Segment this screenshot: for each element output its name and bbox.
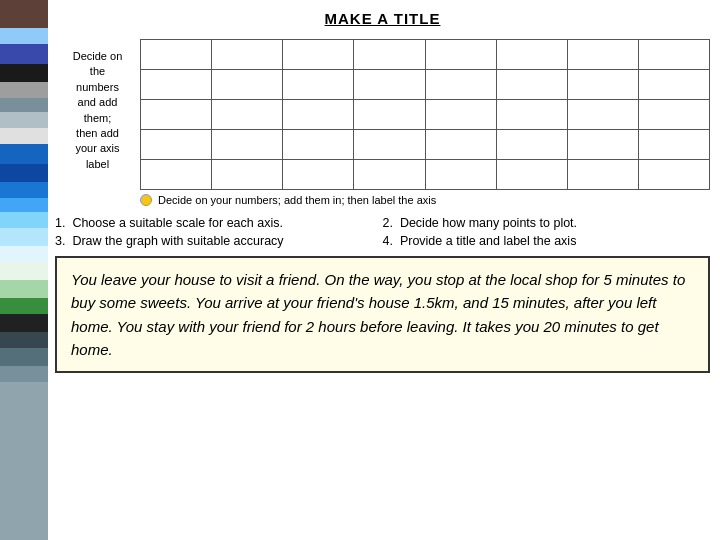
grid-cell <box>425 100 496 130</box>
step-1: 1. Choose a suitable scale for each axis… <box>55 216 383 230</box>
grid-cell <box>567 160 638 190</box>
grid-cell <box>141 70 212 100</box>
strip-1 <box>0 0 48 28</box>
grid-cell <box>283 160 354 190</box>
grid-cell <box>212 160 283 190</box>
bullet-circle <box>140 194 152 206</box>
grid-cell <box>425 70 496 100</box>
grid-cell <box>354 100 425 130</box>
strip-14 <box>0 228 48 246</box>
grid-cell <box>141 130 212 160</box>
strip-12 <box>0 198 48 212</box>
axis-label-line7: your axis <box>75 142 119 154</box>
graph-grid-area: Decide on your numbers; add them in; the… <box>140 39 710 206</box>
grid-cell <box>283 100 354 130</box>
page-title: MAKE A TITLE <box>55 10 710 27</box>
axis-label-line2: the <box>90 65 105 77</box>
grid-row <box>141 100 710 130</box>
grid-row <box>141 40 710 70</box>
step-1-number: 1. <box>55 216 65 230</box>
grid-cell <box>567 70 638 100</box>
grid-cell <box>638 70 709 100</box>
grid-cell <box>354 130 425 160</box>
grid-cell <box>496 160 567 190</box>
steps-row-2: 3. Draw the graph with suitable accuracy… <box>55 234 710 248</box>
step-3-number: 3. <box>55 234 65 248</box>
grid-cell <box>141 160 212 190</box>
strip-21 <box>0 348 48 366</box>
step-4: 4. Provide a title and label the axis <box>383 234 711 248</box>
grid-cell <box>141 100 212 130</box>
grid-cell <box>283 40 354 70</box>
grid-bottom-label: Decide on your numbers; add them in; the… <box>140 194 710 206</box>
step-2: 2. Decide how many points to plot. <box>383 216 711 230</box>
strip-16 <box>0 262 48 280</box>
grid-cell <box>496 70 567 100</box>
strip-13 <box>0 212 48 228</box>
strip-7 <box>0 112 48 128</box>
strip-23 <box>0 382 48 540</box>
strip-19 <box>0 314 48 332</box>
middle-section: Decide on the numbers and add them; then… <box>55 39 710 206</box>
axis-label-line3: numbers <box>76 81 119 93</box>
axis-label-line8: label <box>86 158 109 170</box>
grid-cell <box>638 160 709 190</box>
steps-section: 1. Choose a suitable scale for each axis… <box>55 216 710 248</box>
grid-bottom-text: Decide on your numbers; add them in; the… <box>158 194 436 206</box>
grid-cell <box>496 100 567 130</box>
axis-label: Decide on the numbers and add them; then… <box>55 49 140 172</box>
color-strips <box>0 0 48 540</box>
strip-2 <box>0 28 48 44</box>
grid-cell <box>638 130 709 160</box>
steps-row-1: 1. Choose a suitable scale for each axis… <box>55 216 710 230</box>
axis-label-line5: them; <box>84 112 112 124</box>
grid-row <box>141 70 710 100</box>
step-4-number: 4. <box>383 234 393 248</box>
step-1-text: Choose a suitable scale for each axis. <box>72 216 283 230</box>
grid-cell <box>638 40 709 70</box>
grid-cell <box>496 40 567 70</box>
strip-9 <box>0 144 48 164</box>
grid-row <box>141 160 710 190</box>
step-2-text: Decide how many points to plot. <box>400 216 577 230</box>
story-text: You leave your house to visit a friend. … <box>71 271 685 358</box>
main-content: MAKE A TITLE Decide on the numbers and a… <box>55 10 710 530</box>
grid-cell <box>283 130 354 160</box>
strip-18 <box>0 298 48 314</box>
strip-11 <box>0 182 48 198</box>
step-2-number: 2. <box>383 216 393 230</box>
grid-cell <box>212 100 283 130</box>
grid-cell <box>141 40 212 70</box>
grid-cell <box>354 40 425 70</box>
step-3-text: Draw the graph with suitable accuracy <box>72 234 283 248</box>
step-4-text: Provide a title and label the axis <box>400 234 577 248</box>
axis-label-line4: and add <box>78 96 118 108</box>
grid-cell <box>283 70 354 100</box>
strip-22 <box>0 366 48 382</box>
grid-cell <box>425 130 496 160</box>
axis-label-line1: Decide on <box>73 50 123 62</box>
strip-20 <box>0 332 48 348</box>
grid-cell <box>496 130 567 160</box>
strip-15 <box>0 246 48 262</box>
step-3: 3. Draw the graph with suitable accuracy <box>55 234 383 248</box>
grid-cell <box>567 100 638 130</box>
strip-6 <box>0 98 48 112</box>
grid-row <box>141 130 710 160</box>
story-box: You leave your house to visit a friend. … <box>55 256 710 373</box>
grid-cell <box>212 130 283 160</box>
grid-cell <box>425 160 496 190</box>
grid-cell <box>638 100 709 130</box>
axis-label-line6: then add <box>76 127 119 139</box>
strip-4 <box>0 64 48 82</box>
grid-cell <box>212 70 283 100</box>
grid-cell <box>354 70 425 100</box>
grid-cell <box>425 40 496 70</box>
graph-grid <box>140 39 710 190</box>
strip-8 <box>0 128 48 144</box>
strip-5 <box>0 82 48 98</box>
grid-cell <box>567 130 638 160</box>
grid-cell <box>212 40 283 70</box>
strip-17 <box>0 280 48 298</box>
grid-cell <box>354 160 425 190</box>
